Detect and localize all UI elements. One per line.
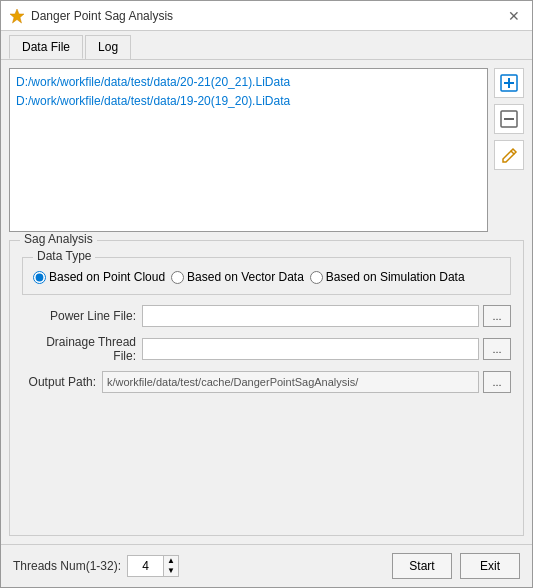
tab-data-file[interactable]: Data File <box>9 35 83 59</box>
drainage-label: Drainage Thread File: <box>22 335 142 363</box>
output-path-row: Output Path: ... <box>22 371 511 393</box>
exit-button[interactable]: Exit <box>460 553 520 579</box>
drainage-input[interactable] <box>142 338 479 360</box>
power-line-browse-button[interactable]: ... <box>483 305 511 327</box>
radio-point-cloud[interactable]: Based on Point Cloud <box>33 270 165 284</box>
title-bar: Danger Point Sag Analysis ✕ <box>1 1 532 31</box>
svg-marker-0 <box>10 9 24 23</box>
start-button[interactable]: Start <box>392 553 452 579</box>
threads-spinbox: ▲ ▼ <box>127 555 179 577</box>
data-type-options: Based on Point Cloud Based on Vector Dat… <box>33 266 500 284</box>
window-title: Danger Point Sag Analysis <box>31 9 504 23</box>
file-section: D:/work/workfile/data/test/data/20-21(20… <box>1 60 532 240</box>
data-type-label: Data Type <box>33 249 95 263</box>
tab-log[interactable]: Log <box>85 35 131 59</box>
radio-vector-label: Based on Vector Data <box>187 270 304 284</box>
list-item: D:/work/workfile/data/test/data/19-20(19… <box>16 92 481 111</box>
drainage-browse-button[interactable]: ... <box>483 338 511 360</box>
edit-file-button[interactable] <box>494 140 524 170</box>
spin-up-button[interactable]: ▲ <box>164 556 178 566</box>
radio-simulation[interactable]: Based on Simulation Data <box>310 270 465 284</box>
app-icon <box>9 8 25 24</box>
radio-simulation-label: Based on Simulation Data <box>326 270 465 284</box>
power-line-row: Power Line File: ... <box>22 305 511 327</box>
add-file-button[interactable] <box>494 68 524 98</box>
file-action-buttons <box>494 68 524 232</box>
spin-arrows: ▲ ▼ <box>163 555 179 577</box>
bottom-bar: Threads Num(1-32): ▲ ▼ Start Exit <box>1 544 532 587</box>
tab-bar: Data File Log <box>1 31 532 60</box>
sag-section: Sag Analysis Data Type Based on Point Cl… <box>1 240 532 544</box>
drainage-row: Drainage Thread File: ... <box>22 335 511 363</box>
data-type-group: Data Type Based on Point Cloud Based on … <box>22 257 511 295</box>
close-button[interactable]: ✕ <box>504 6 524 26</box>
remove-file-button[interactable] <box>494 104 524 134</box>
power-line-input[interactable] <box>142 305 479 327</box>
file-list[interactable]: D:/work/workfile/data/test/data/20-21(20… <box>9 68 488 232</box>
output-path-input[interactable] <box>102 371 479 393</box>
sag-group-title: Sag Analysis <box>20 232 97 246</box>
main-window: Danger Point Sag Analysis ✕ Data File Lo… <box>0 0 533 588</box>
power-line-label: Power Line File: <box>22 309 142 323</box>
threads-input[interactable] <box>127 555 163 577</box>
threads-label: Threads Num(1-32): <box>13 559 121 573</box>
output-label: Output Path: <box>22 375 102 389</box>
radio-vector-data[interactable]: Based on Vector Data <box>171 270 304 284</box>
list-item: D:/work/workfile/data/test/data/20-21(20… <box>16 73 481 92</box>
sag-group-box: Sag Analysis Data Type Based on Point Cl… <box>9 240 524 536</box>
output-browse-button[interactable]: ... <box>483 371 511 393</box>
radio-point-cloud-label: Based on Point Cloud <box>49 270 165 284</box>
spin-down-button[interactable]: ▼ <box>164 566 178 576</box>
